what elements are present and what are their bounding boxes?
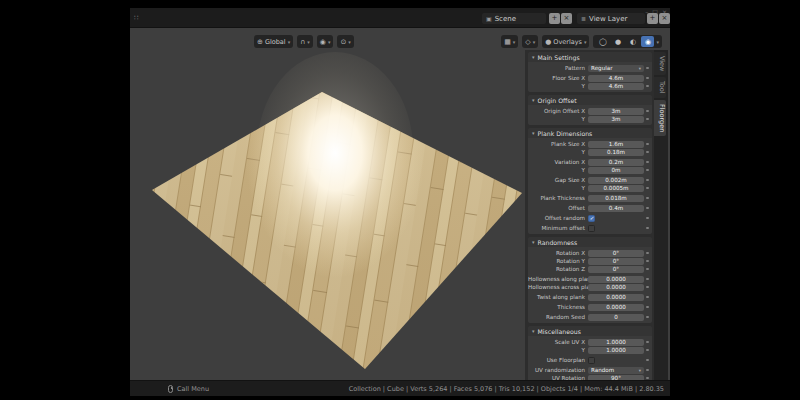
decorator-dot[interactable]: [646, 286, 649, 289]
remove-view-layer-button[interactable]: ×: [659, 13, 670, 24]
decorator-dot[interactable]: [646, 359, 649, 362]
number-field[interactable]: 0°: [588, 258, 644, 265]
number-field[interactable]: 0: [588, 314, 644, 321]
number-field[interactable]: 0.0000: [588, 304, 644, 311]
property-row: Scale UV X 1.0000: [528, 338, 651, 346]
overlays-dropdown[interactable]: ● Overlays ▾: [542, 35, 589, 48]
app-menu-icon[interactable]: ∷: [134, 14, 138, 22]
property-row: Origin Offset X 3m: [528, 107, 651, 115]
number-field[interactable]: 0.0000: [588, 276, 644, 283]
number-field[interactable]: 4.6m: [588, 75, 644, 82]
property-label: Minimum offset: [528, 225, 588, 231]
number-field[interactable]: 0.002m: [588, 177, 644, 184]
number-field[interactable]: 3m: [588, 108, 644, 115]
section-header[interactable]: ▾ Randomness: [528, 237, 652, 247]
decorator-dot[interactable]: [646, 197, 649, 200]
shading-dropdown-icon[interactable]: ▾: [656, 39, 659, 45]
show-gizmo-dropdown[interactable]: ▦ ▾: [501, 35, 518, 48]
checkbox[interactable]: ✓: [588, 215, 595, 222]
number-field[interactable]: 0.0005m: [588, 185, 644, 192]
decorator-dot[interactable]: [646, 278, 649, 281]
decorator-dot[interactable]: [646, 296, 649, 299]
checkbox[interactable]: [588, 225, 595, 232]
decorator-dot[interactable]: [646, 187, 649, 190]
number-field[interactable]: 0.018m: [588, 195, 644, 202]
decorator-dot[interactable]: [646, 268, 649, 271]
gizmos-toggle[interactable]: ◇ ▾: [522, 35, 538, 48]
property-row: Y 3m: [528, 115, 651, 123]
property-label: Y: [528, 83, 588, 89]
section-header[interactable]: ▾ Plank Dimensions: [528, 128, 652, 138]
property-label: Plank Thickness: [528, 195, 588, 201]
scene-selector[interactable]: ▣ Scene: [482, 13, 546, 24]
number-field[interactable]: 0°: [588, 250, 644, 257]
decorator-dot[interactable]: [646, 161, 649, 164]
decorator-dot[interactable]: [646, 349, 649, 352]
section-header[interactable]: ▾ Origin Offset: [528, 95, 652, 105]
number-field[interactable]: 0m: [588, 167, 644, 174]
decorator-dot[interactable]: [646, 252, 649, 255]
snap-target-dropdown[interactable]: ⊙ ▾: [337, 35, 353, 48]
wireframe-shading-button[interactable]: ◯: [596, 36, 609, 47]
new-scene-button[interactable]: +: [549, 13, 560, 24]
pattern-dropdown[interactable]: Regular ▾: [588, 65, 644, 72]
decorator-dot[interactable]: [646, 217, 649, 220]
decorator-dot[interactable]: [646, 118, 649, 121]
tab-view[interactable]: View: [654, 52, 666, 75]
checkbox[interactable]: [588, 357, 595, 364]
property-row: Rotation Z 0°: [528, 265, 651, 273]
number-field[interactable]: 0.0000: [588, 284, 644, 291]
decorator-dot[interactable]: [646, 67, 649, 70]
tab-floorgen[interactable]: Floorgen: [654, 100, 666, 136]
number-field[interactable]: 3m: [588, 116, 644, 123]
number-field[interactable]: 0.4m: [588, 205, 644, 212]
decorator-dot[interactable]: [646, 179, 649, 182]
property-row: Hollowness across plank 0.0000: [528, 283, 651, 291]
material-shading-button[interactable]: ◐: [626, 36, 639, 47]
view-layer-name: View Layer: [589, 15, 627, 23]
number-field[interactable]: 0°: [588, 266, 644, 273]
decorator-dot[interactable]: [646, 316, 649, 319]
gizmo-icon: ◇: [525, 38, 530, 46]
number-field[interactable]: 4.6m: [588, 83, 644, 90]
section-header[interactable]: ▾ Main Settings: [528, 52, 652, 62]
number-field[interactable]: 0.0000: [588, 294, 644, 301]
decorator-dot[interactable]: [646, 306, 649, 309]
decorator-dot[interactable]: [646, 260, 649, 263]
dropdown-value: Regular: [591, 65, 639, 71]
number-field[interactable]: 1.0000: [588, 347, 644, 354]
decorator-dot[interactable]: [646, 110, 649, 113]
property-label: Rotation Z: [528, 266, 588, 272]
new-view-layer-button[interactable]: +: [647, 13, 658, 24]
rendered-shading-button[interactable]: ◉: [641, 36, 654, 47]
transform-orientation-dropdown[interactable]: ⊕ Global ▾: [254, 35, 293, 48]
viewport-header-right: ▦ ▾ ◇ ▾ ● Overlays ▾ ◯ ● ◐ ◉ ▾: [501, 35, 662, 48]
proportional-edit-toggle[interactable]: ◉ ▾: [317, 35, 334, 48]
snapping-toggle[interactable]: ∩ ▾: [297, 35, 313, 48]
decorator-dot[interactable]: [646, 151, 649, 154]
collapse-icon: ▾: [532, 239, 535, 245]
number-field[interactable]: 1.0000: [588, 339, 644, 346]
view-layer-icon: ≣: [581, 15, 586, 22]
property-label: Plank Size X: [528, 141, 588, 147]
solid-shading-button[interactable]: ●: [611, 36, 624, 47]
decorator-dot[interactable]: [646, 369, 649, 372]
topbar: – □ × ∷ ▣ Scene + × ≣ View Layer + ×: [130, 8, 670, 28]
decorator-dot[interactable]: [646, 169, 649, 172]
decorator-dot[interactable]: [646, 341, 649, 344]
number-field[interactable]: 0.18m: [588, 149, 644, 156]
remove-scene-button[interactable]: ×: [561, 13, 572, 24]
uv-randomization-dropdown[interactable]: Random ▾: [588, 367, 644, 374]
tab-tool[interactable]: Tool: [654, 77, 666, 98]
decorator-dot[interactable]: [646, 77, 649, 80]
decorator-dot[interactable]: [646, 377, 649, 380]
section-header[interactable]: ▾ Miscellaneous: [528, 326, 652, 336]
decorator-dot[interactable]: [646, 143, 649, 146]
property-label: Hollowness along plank: [528, 276, 588, 282]
view-layer-selector[interactable]: ≣ View Layer: [577, 13, 645, 24]
decorator-dot[interactable]: [646, 227, 649, 230]
decorator-dot[interactable]: [646, 85, 649, 88]
decorator-dot[interactable]: [646, 207, 649, 210]
number-field[interactable]: 1.6m: [588, 141, 644, 148]
number-field[interactable]: 0.2m: [588, 159, 644, 166]
